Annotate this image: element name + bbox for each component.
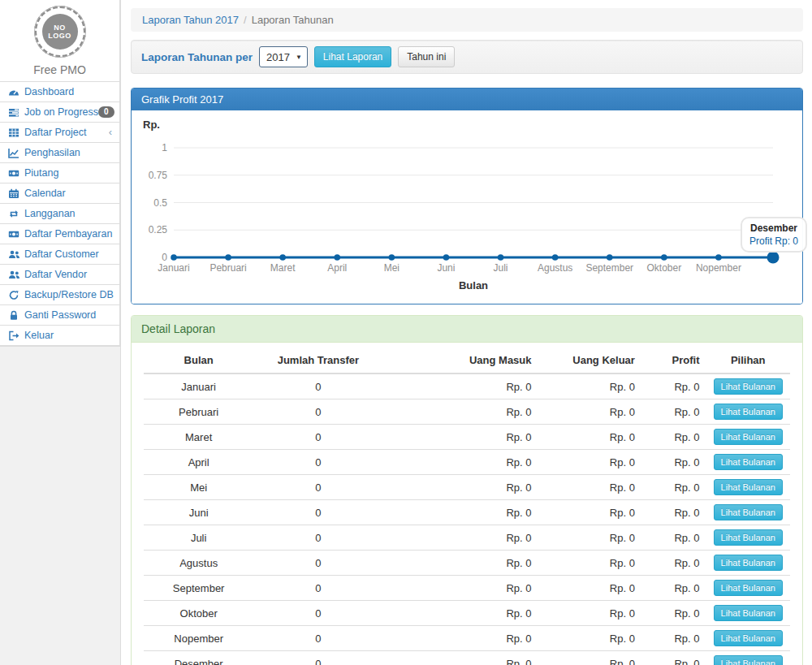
chart-point[interactable] — [661, 254, 667, 261]
table-header-row: BulanJumlah TransferUang MasukUang Kelua… — [144, 348, 790, 374]
column-header-bulan: Bulan — [144, 348, 253, 374]
y-tick-label: 0.25 — [149, 224, 168, 235]
sidebar-menu: DashboardJob on Progress0Daftar Project‹… — [0, 81, 119, 346]
cell-keluar: Rp. 0 — [538, 576, 641, 601]
refresh-icon — [7, 290, 20, 300]
sidebar-item-daftar-project[interactable]: Daftar Project‹ — [0, 123, 119, 143]
sidebar-item-piutang[interactable]: Piutang — [0, 163, 119, 184]
table-row: Januari0Rp. 0Rp. 0Rp. 0Lihat Bulanan — [144, 374, 790, 399]
column-header-pilihan: Pilihan — [706, 348, 790, 374]
cell-transfer: 0 — [253, 576, 382, 601]
chart-point[interactable] — [443, 254, 450, 261]
x-tick-label: Juli — [494, 262, 508, 274]
chart-point[interactable] — [498, 254, 504, 261]
logo-text-line1: NO — [54, 24, 66, 32]
lihat-bulanan-button[interactable]: Lihat Bulanan — [714, 429, 783, 445]
cell-transfer: 0 — [253, 626, 382, 651]
lihat-bulanan-button[interactable]: Lihat Bulanan — [714, 580, 783, 596]
cell-masuk: Rp. 0 — [383, 525, 538, 551]
sidebar-item-calendar[interactable]: Calendar — [0, 184, 119, 204]
x-tick-label: Januari — [158, 262, 189, 274]
cell-transfer: 0 — [253, 525, 382, 551]
cell-pilihan: Lihat Bulanan — [706, 551, 790, 576]
sidebar-item-daftar-pembayaran[interactable]: Daftar Pembayaran — [0, 224, 119, 244]
lihat-bulanan-button[interactable]: Lihat Bulanan — [714, 529, 783, 546]
chart-point[interactable] — [171, 254, 177, 261]
cell-transfer: 0 — [253, 551, 382, 576]
x-tick-label: Oktober — [646, 262, 681, 274]
sidebar-item-penghasilan[interactable]: Penghasilan — [0, 143, 119, 163]
chart-hover-tooltip: Desember Profit Rp: 0 — [741, 217, 807, 253]
cell-bulan: Nopember — [144, 626, 253, 651]
cell-pilihan: Lihat Bulanan — [706, 601, 790, 626]
year-filter-bar: Laporan Tahunan per 2017 ▼ Lihat Laporan… — [131, 40, 803, 74]
progress-count-badge: 0 — [98, 106, 114, 118]
table-row: Nopember0Rp. 0Rp. 0Rp. 0Lihat Bulanan — [144, 626, 790, 651]
tahun-ini-button[interactable]: Tahun ini — [398, 46, 455, 67]
lihat-bulanan-button[interactable]: Lihat Bulanan — [714, 454, 783, 470]
sidebar-item-ganti-password[interactable]: Ganti Password — [0, 305, 119, 326]
cell-masuk: Rp. 0 — [383, 399, 538, 425]
cell-keluar: Rp. 0 — [538, 525, 641, 551]
cell-profit: Rp. 0 — [641, 626, 706, 651]
retweet-icon — [7, 209, 20, 219]
sidebar-item-label: Daftar Customer — [24, 248, 112, 260]
cell-keluar: Rp. 0 — [538, 651, 641, 665]
cell-transfer: 0 — [253, 475, 382, 500]
logo-block: NO LOGO Free PMO — [0, 0, 119, 81]
sidebar: NO LOGO Free PMO DashboardJob on Progres… — [0, 0, 120, 665]
chart-point[interactable] — [552, 254, 559, 261]
sidebar-item-langganan[interactable]: Langganan — [0, 204, 119, 224]
sidebar-item-daftar-vendor[interactable]: Daftar Vendor — [0, 265, 119, 285]
chart-point[interactable] — [607, 254, 613, 261]
chart-point-active[interactable] — [767, 252, 780, 264]
page: NO LOGO Free PMO DashboardJob on Progres… — [0, 0, 812, 665]
chart-point[interactable] — [279, 254, 286, 261]
cell-transfer: 0 — [253, 651, 382, 665]
sidebar-item-job-on-progress[interactable]: Job on Progress0 — [0, 102, 119, 123]
chart-point[interactable] — [715, 254, 722, 261]
cell-masuk: Rp. 0 — [383, 374, 538, 399]
lihat-bulanan-button[interactable]: Lihat Bulanan — [714, 630, 783, 646]
cell-transfer: 0 — [253, 500, 382, 525]
lihat-bulanan-button[interactable]: Lihat Bulanan — [714, 404, 783, 420]
chart-point[interactable] — [225, 254, 231, 261]
lihat-bulanan-button[interactable]: Lihat Bulanan — [714, 504, 783, 520]
sidebar-item-dashboard[interactable]: Dashboard — [0, 82, 119, 102]
table-row: September0Rp. 0Rp. 0Rp. 0Lihat Bulanan — [144, 576, 790, 601]
lihat-bulanan-button[interactable]: Lihat Bulanan — [714, 605, 783, 621]
lihat-bulanan-button[interactable]: Lihat Bulanan — [714, 655, 783, 665]
sidebar-item-keluar[interactable]: Keluar — [0, 326, 119, 346]
cell-masuk: Rp. 0 — [383, 651, 538, 665]
sidebar-item-label: Langganan — [24, 208, 112, 219]
table-row: Agustus0Rp. 0Rp. 0Rp. 0Lihat Bulanan — [144, 551, 790, 576]
breadcrumb-current: Laporan Tahunan — [252, 14, 334, 26]
sidebar-item-backup-restore-db[interactable]: Backup/Restore DB — [0, 285, 119, 305]
cell-profit: Rp. 0 — [641, 374, 706, 399]
cell-keluar: Rp. 0 — [538, 601, 641, 626]
year-select[interactable]: 2017 ▼ — [259, 46, 308, 67]
cell-pilihan: Lihat Bulanan — [706, 651, 790, 665]
chart-point[interactable] — [334, 254, 340, 261]
breadcrumb-link-laporan-tahun[interactable]: Laporan Tahun 2017 — [142, 14, 239, 26]
chevron-down-icon: ▼ — [296, 54, 302, 61]
x-tick-label: Juni — [437, 262, 455, 274]
lihat-bulanan-button[interactable]: Lihat Bulanan — [714, 378, 783, 395]
lihat-bulanan-button[interactable]: Lihat Bulanan — [714, 479, 783, 495]
cell-keluar: Rp. 0 — [538, 399, 641, 425]
chart-point[interactable] — [389, 254, 395, 261]
sign-out-icon — [7, 330, 20, 341]
year-select-value: 2017 — [266, 51, 290, 63]
cell-keluar: Rp. 0 — [538, 551, 641, 576]
cell-masuk: Rp. 0 — [383, 601, 538, 626]
chevron-left-icon: ‹ — [109, 128, 112, 136]
cell-profit: Rp. 0 — [641, 525, 706, 551]
lihat-bulanan-button[interactable]: Lihat Bulanan — [714, 555, 783, 571]
lihat-laporan-button[interactable]: Lihat Laporan — [314, 46, 391, 67]
money-icon — [7, 229, 20, 240]
cell-bulan: Juni — [144, 500, 253, 525]
cell-bulan: Maret — [144, 425, 253, 450]
y-tick-label: 0.5 — [153, 197, 167, 209]
cell-profit: Rp. 0 — [641, 500, 706, 525]
sidebar-item-daftar-customer[interactable]: Daftar Customer — [0, 244, 119, 265]
